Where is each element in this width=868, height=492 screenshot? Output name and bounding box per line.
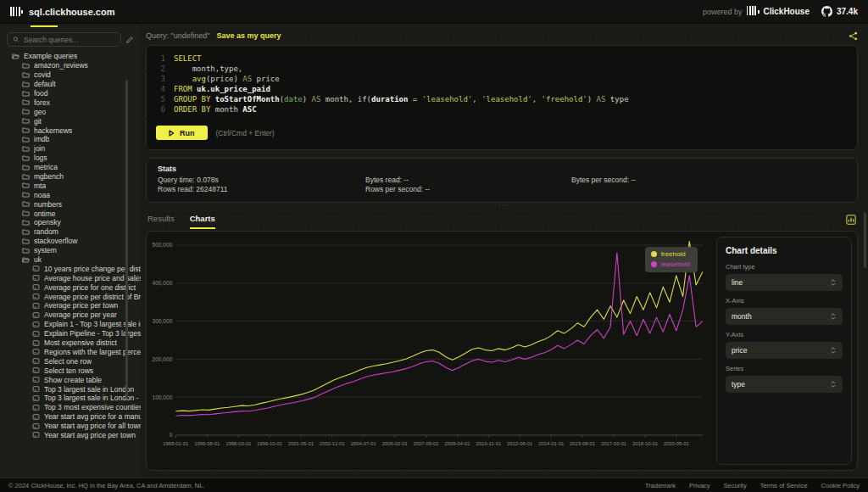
copyright: © 2024 ClickHouse, Inc. HQ in the Bay Ar… <box>8 482 204 489</box>
search-queries-box[interactable] <box>7 32 121 47</box>
stat-value: Query time: 0.078s <box>158 176 365 185</box>
svg-text:2020-05-01: 2020-05-01 <box>664 441 689 446</box>
site-brand[interactable]: sql.clickhouse.com <box>10 7 114 17</box>
new-query-icon[interactable] <box>125 36 134 44</box>
sidebar-query-item[interactable]: Explain Pipeline - Top 3 largest sale <box>0 329 141 338</box>
sidebar-query-item[interactable]: Select ten rows <box>0 366 141 375</box>
share-icon <box>849 31 858 41</box>
sidebar-query-item[interactable]: Top 3 most expensive counties <box>0 403 141 412</box>
footer-link-privacy[interactable]: Privacy <box>689 482 710 489</box>
run-shortcut-hint: (Ctrl/Cmd + Enter) <box>216 129 275 137</box>
sidebar-folder-mta[interactable]: mta <box>0 181 141 190</box>
sidebar-folder-opensky[interactable]: opensky <box>0 218 141 227</box>
sidebar-folder-system[interactable]: system <box>0 246 141 255</box>
sidebar-query-item[interactable]: Average price per town <box>0 301 141 310</box>
x-axis-select[interactable]: month <box>726 308 843 325</box>
sidebar-folder-numbers[interactable]: numbers <box>0 199 141 209</box>
stat-value: Bytes per second: -- <box>571 176 846 185</box>
sidebar-query-item[interactable]: Year start avg price for all towns <box>0 422 141 431</box>
site-title: sql.clickhouse.com <box>29 7 114 17</box>
chart-type-select[interactable]: line <box>726 274 843 291</box>
sidebar-item-example-queries[interactable]: Example queries <box>0 52 141 61</box>
sidebar-query-item[interactable]: Select one row <box>0 356 141 366</box>
y-axis-select[interactable]: price <box>726 342 843 359</box>
svg-text:300,000: 300,000 <box>153 318 173 324</box>
sidebar-folder-imdb[interactable]: imdb <box>0 135 141 144</box>
svg-text:2001-05-01: 2001-05-01 <box>288 441 314 446</box>
sidebar-query-item[interactable]: Year start avg price per town <box>0 431 141 440</box>
sql-editor[interactable]: 1SELECT2 month,type,3 avg(price) AS pric… <box>146 45 858 150</box>
sidebar-query-item[interactable]: Regions with the largest percentage <box>0 348 141 357</box>
sidebar-query-item[interactable]: Top 3 largest sale in London <box>0 384 141 394</box>
stat-value: Bytes read: -- <box>365 176 571 185</box>
sidebar-query-item[interactable]: Average price per district of Bristol <box>0 292 141 301</box>
results-tabs: ResultsCharts <box>146 210 858 229</box>
sidebar-query-item[interactable]: Top 3 largest sale in London - optimized <box>0 394 141 403</box>
footer-link-terms-of-service[interactable]: Terms of Service <box>760 482 808 489</box>
clickhouse-logo-icon <box>747 8 760 15</box>
svg-text:0: 0 <box>170 433 173 439</box>
sidebar-query-item[interactable]: Most expensive district <box>0 338 141 348</box>
save-as-my-query-link[interactable]: Save as my query <box>216 31 281 40</box>
share-button[interactable] <box>849 31 858 41</box>
sidebar-query-item[interactable]: Average house price and sales per year <box>0 273 141 282</box>
footer: © 2024 ClickHouse, Inc. HQ in the Bay Ar… <box>0 478 868 492</box>
sidebar-query-item[interactable]: 10 years price change per district <box>0 264 141 273</box>
svg-text:2002-12-01: 2002-12-01 <box>320 441 345 446</box>
footer-link-trademark[interactable]: Trademark <box>645 482 676 489</box>
legend-dot <box>651 251 657 257</box>
sidebar-folder-random[interactable]: random <box>0 227 141 237</box>
run-button[interactable]: Run <box>156 126 208 140</box>
select-stepper-icon <box>830 346 837 355</box>
series-select[interactable]: type <box>726 376 843 393</box>
sidebar-folder-join[interactable]: join <box>0 144 141 154</box>
sidebar-query-item[interactable]: Average price for one district <box>0 282 141 292</box>
svg-text:1996-08-01: 1996-08-01 <box>194 441 220 446</box>
sidebar-folder-stackoverflow[interactable]: stackoverflow <box>0 237 141 246</box>
pane-resize-handle[interactable]: ⋯ <box>146 203 858 209</box>
sidebar-query-item[interactable]: Show create table <box>0 375 141 384</box>
footer-link-security[interactable]: Security <box>724 482 747 489</box>
tab-charts[interactable]: Charts <box>190 214 215 229</box>
sidebar-folder-git[interactable]: git <box>0 116 141 126</box>
powered-by-label: powered by <box>703 8 743 16</box>
legend-item-leasehold[interactable]: leasehold <box>651 260 690 268</box>
code-line: 6ORDER BY month ASC <box>147 104 857 115</box>
page-scrollbar[interactable] <box>864 212 866 268</box>
sidebar-folder-forex[interactable]: forex <box>0 98 141 107</box>
legend-dot <box>651 261 657 267</box>
sidebar-folder-uk[interactable]: uk <box>0 255 141 265</box>
line-chart: 0100,000200,000300,000400,000500,0001995… <box>152 240 709 452</box>
sidebar-folder-logs[interactable]: logs <box>0 154 141 163</box>
sidebar-folder-food[interactable]: food <box>0 89 141 98</box>
svg-text:200,000: 200,000 <box>153 356 173 362</box>
sidebar-scrollbar[interactable] <box>125 80 128 399</box>
sidebar-resize-handle[interactable]: || <box>134 274 140 282</box>
chart-area[interactable]: 0100,000200,000300,000400,000500,0001995… <box>152 237 709 465</box>
svg-text:2004-07-01: 2004-07-01 <box>351 441 376 446</box>
sidebar-folder-amazon_reviews[interactable]: amazon_reviews <box>0 61 141 70</box>
svg-text:1999-10-01: 1999-10-01 <box>257 441 282 446</box>
sidebar-query-item[interactable]: Average price per year <box>0 310 141 320</box>
sidebar-folder-mgbench[interactable]: mgbench <box>0 172 141 182</box>
download-chart-button[interactable] <box>846 215 856 225</box>
query-tree: Example queriesamazon_reviewscoviddefaul… <box>0 52 141 439</box>
legend-item-freehold[interactable]: freehold <box>651 250 690 258</box>
sidebar-folder-geo[interactable]: geo <box>0 107 141 116</box>
sidebar-folder-metrica[interactable]: metrica <box>0 163 141 172</box>
github-stars[interactable]: 37.4k <box>821 6 858 17</box>
footer-link-cookie-policy[interactable]: Cookie Policy <box>821 482 860 489</box>
sidebar-query-item[interactable]: Explain 1 - Top 3 largest sale in London <box>0 320 141 329</box>
github-icon <box>821 6 832 17</box>
field-label: Series <box>726 365 843 372</box>
stats-title: Stats <box>158 165 846 173</box>
sidebar-folder-default[interactable]: default <box>0 80 141 89</box>
tab-results[interactable]: Results <box>147 214 175 229</box>
select-stepper-icon <box>830 312 837 321</box>
sidebar-folder-ontime[interactable]: ontime <box>0 209 141 218</box>
sidebar-folder-hackernews[interactable]: hackernews <box>0 126 141 135</box>
sidebar-query-item[interactable]: Year start avg price for a manual <box>0 412 141 422</box>
search-input[interactable] <box>24 36 115 44</box>
sidebar-folder-covid[interactable]: covid <box>0 70 141 80</box>
sidebar-folder-noaa[interactable]: noaa <box>0 190 141 199</box>
